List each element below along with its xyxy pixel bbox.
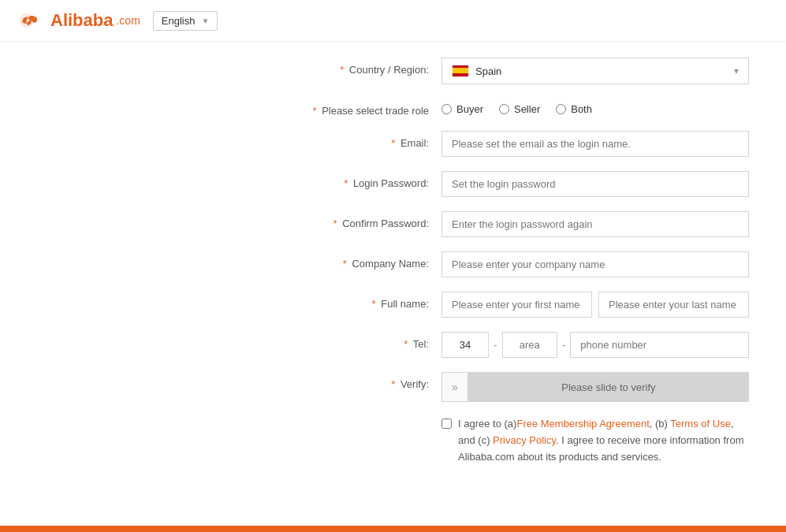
company-name-required-star: * [343, 258, 347, 270]
agreement-checkbox[interactable] [441, 419, 452, 429]
login-password-control-wrap [441, 171, 749, 197]
verify-required-star: * [391, 378, 395, 390]
radio-seller-label: Seller [514, 103, 540, 115]
agreement-text: I agree to (a)Free Membership Agreement,… [458, 416, 749, 465]
email-input[interactable] [441, 131, 749, 157]
country-region-row: * Country / Region: Spain ▾ [158, 58, 749, 84]
radio-buyer-label: Buyer [456, 103, 483, 115]
verify-slide-button[interactable]: Please slide to verify [468, 372, 749, 402]
tel-row: * Tel: - - [158, 332, 749, 358]
radio-both[interactable]: Both [556, 103, 592, 115]
logo-com-text: .com [116, 14, 140, 27]
main-content: * Country / Region: Spain ▾ * Please sel… [0, 42, 786, 497]
trade-role-row: * Please select trade role Buyer Seller [158, 99, 749, 117]
login-password-required-star: * [344, 177, 348, 189]
country-select-left: Spain [452, 65, 501, 77]
company-name-label: * Company Name: [158, 251, 441, 270]
radio-both-label: Both [571, 103, 592, 115]
email-label: * Email: [158, 131, 441, 149]
full-name-label: * Full name: [158, 292, 441, 310]
tel-label: * Tel: [158, 332, 441, 350]
terms-of-use-link[interactable]: Terms of Use [670, 418, 731, 430]
confirm-password-required-star: * [333, 218, 337, 229]
logo: Alibaba.com [19, 9, 140, 32]
tel-inputs: - - [441, 332, 749, 358]
company-name-row: * Company Name: [158, 251, 749, 277]
login-password-row: * Login Password: [158, 171, 749, 197]
tel-dash-2: - [561, 339, 568, 352]
alibaba-logo-icon [19, 9, 47, 32]
verify-label: * Verify: [158, 372, 441, 390]
verify-arrows-icon[interactable]: » [441, 372, 468, 402]
radio-both-input[interactable] [556, 104, 566, 114]
confirm-password-control-wrap [441, 211, 749, 237]
email-control-wrap [441, 131, 749, 157]
country-value: Spain [475, 65, 501, 77]
trade-role-label: * Please select trade role [158, 99, 441, 117]
logo-alibaba-text: Alibaba [50, 10, 113, 31]
fullname-inputs [441, 292, 749, 318]
confirm-password-input[interactable] [441, 211, 749, 237]
radio-buyer[interactable]: Buyer [441, 103, 483, 115]
verify-row: * Verify: » Please slide to verify [158, 372, 749, 402]
registration-form: * Country / Region: Spain ▾ * Please sel… [158, 58, 749, 465]
tel-area-input[interactable] [502, 332, 557, 358]
radio-seller[interactable]: Seller [499, 103, 540, 115]
tel-country-code-input[interactable] [441, 332, 489, 358]
email-required-star: * [391, 137, 395, 149]
last-name-input[interactable] [598, 292, 749, 318]
country-control-wrap: Spain ▾ [441, 58, 749, 84]
radio-buyer-input[interactable] [441, 104, 452, 114]
confirm-password-label: * Confirm Password: [158, 211, 441, 229]
first-name-input[interactable] [441, 292, 592, 318]
trade-role-required-star: * [312, 105, 316, 117]
country-select[interactable]: Spain ▾ [441, 58, 749, 84]
confirm-password-row: * Confirm Password: [158, 211, 749, 237]
trade-role-radio-group: Buyer Seller Both [441, 99, 749, 115]
company-name-input[interactable] [441, 251, 749, 277]
country-select-arrow-icon: ▾ [734, 65, 739, 76]
trade-role-control-wrap: Buyer Seller Both [441, 99, 749, 115]
verify-slider: » Please slide to verify [441, 372, 749, 402]
login-password-input[interactable] [441, 171, 749, 197]
radio-seller-input[interactable] [499, 104, 509, 114]
tel-number-input[interactable] [570, 332, 749, 358]
full-name-control-wrap [441, 292, 749, 318]
privacy-policy-link[interactable]: Privacy Policy [493, 434, 556, 446]
tel-dash-1: - [492, 339, 499, 352]
language-arrow-icon: ▼ [201, 17, 209, 25]
full-name-required-star: * [372, 298, 376, 310]
country-required-star: * [340, 64, 344, 76]
country-label: * Country / Region: [158, 58, 441, 76]
header: Alibaba.com English ▼ [0, 0, 786, 42]
agreement-row: I agree to (a)Free Membership Agreement,… [441, 416, 749, 465]
login-password-label: * Login Password: [158, 171, 441, 189]
spain-flag-icon [452, 65, 469, 77]
language-label: English [162, 15, 196, 27]
tel-required-star: * [404, 338, 408, 350]
free-membership-link[interactable]: Free Membership Agreement [516, 418, 649, 430]
company-name-control-wrap [441, 251, 749, 277]
full-name-row: * Full name: [158, 292, 749, 318]
email-row: * Email: [158, 131, 749, 157]
tel-control-wrap: - - [441, 332, 749, 358]
language-selector[interactable]: English ▼ [153, 11, 218, 31]
verify-control-wrap: » Please slide to verify [441, 372, 749, 402]
